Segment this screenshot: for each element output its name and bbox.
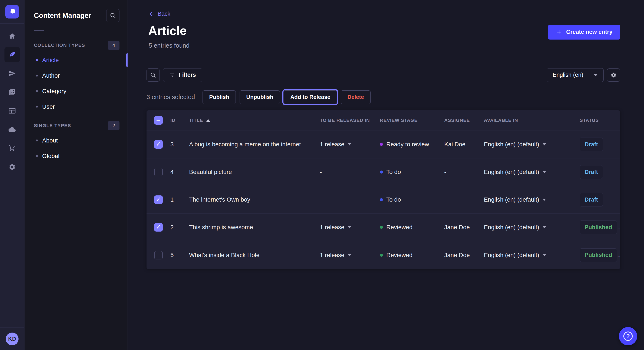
subnav-title: Content Manager: [34, 11, 91, 19]
cell-review-stage: To do: [380, 169, 444, 175]
content-manager-icon[interactable]: [4, 47, 20, 62]
cell-assignee: -: [444, 169, 484, 175]
column-header-released-in[interactable]: TO BE RELEASED IN: [320, 118, 380, 123]
cell-assignee: Jane Doe: [444, 252, 484, 259]
entries-count: 5 entries found: [149, 42, 620, 49]
subnav-item[interactable]: User: [34, 99, 120, 114]
cell-release-dropdown[interactable]: -: [320, 169, 380, 175]
cell-release-dropdown[interactable]: 1 release: [320, 224, 380, 231]
subnav-item-label: Article: [42, 57, 59, 64]
cell-id: 3: [170, 141, 189, 148]
page-title: Article: [148, 23, 187, 38]
subnav-item[interactable]: Global: [34, 148, 120, 164]
row-checkbox[interactable]: ✓: [154, 251, 163, 259]
subnav-item-label: Global: [42, 153, 60, 160]
unpublish-button[interactable]: Unpublish: [240, 90, 280, 104]
status-badge: Published: [580, 220, 617, 234]
column-header-id[interactable]: ID: [170, 118, 189, 123]
row-checkbox[interactable]: ✓: [154, 195, 163, 204]
chevron-down-icon: [543, 254, 546, 256]
locale-select[interactable]: English (en): [547, 68, 604, 82]
table-search-button[interactable]: [146, 68, 160, 82]
table-row[interactable]: ✓ 1 The internet's Own boy - To do - Eng…: [146, 186, 620, 214]
selection-count-text: 3 entries selected: [146, 94, 195, 101]
section-count-badge: 4: [108, 41, 120, 50]
cell-title: A bug is becoming a meme on the internet: [189, 141, 320, 148]
collection-types-section: COLLECTION TYPES 4 Article Author Catego…: [24, 40, 128, 114]
cell-title: Beautiful picture: [189, 169, 320, 175]
search-icon: [110, 12, 116, 19]
cell-release-dropdown[interactable]: 1 release: [320, 252, 380, 259]
bullet-icon: [36, 106, 38, 108]
view-settings-button[interactable]: [607, 68, 620, 82]
user-avatar[interactable]: KD: [6, 333, 18, 345]
create-new-entry-button[interactable]: Create new entry: [548, 25, 620, 39]
add-to-release-button[interactable]: Add to Release: [284, 90, 337, 104]
chevron-down-icon: [594, 74, 598, 76]
subnav-item[interactable]: Category: [34, 83, 120, 99]
table-row[interactable]: ✓ 2 This shrimp is awesome 1 release Rev…: [146, 214, 620, 241]
cloud-icon[interactable]: [4, 122, 20, 137]
row-checkbox[interactable]: ✓: [154, 168, 163, 176]
entries-table: ✓ ID TITLE TO BE RELEASED IN REVIEW STAG…: [146, 110, 620, 269]
column-header-available-in[interactable]: AVAILABLE IN: [484, 118, 580, 123]
status-badge: Draft: [580, 165, 603, 179]
locale-value: English (en): [553, 72, 583, 78]
nav-items: About Global: [34, 133, 120, 164]
subnav-item-label: About: [42, 137, 58, 144]
column-header-assignee[interactable]: ASSIGNEE: [444, 118, 484, 123]
home-icon[interactable]: [4, 28, 20, 44]
bullet-icon: [36, 59, 38, 61]
help-button[interactable]: ?: [619, 327, 637, 345]
column-header-title[interactable]: TITLE: [189, 118, 320, 123]
row-checkbox[interactable]: ✓: [154, 140, 163, 149]
releases-icon[interactable]: [4, 66, 20, 81]
main-content: Back Article Create new entry 5 entries …: [128, 0, 644, 350]
table-header-row: ✓ ID TITLE TO BE RELEASED IN REVIEW STAG…: [146, 110, 620, 131]
cell-locale-dropdown[interactable]: English (en) (default): [484, 169, 580, 175]
search-icon: [150, 72, 156, 78]
filters-button[interactable]: Filters: [163, 68, 202, 82]
stage-dot-icon: [380, 226, 383, 229]
cell-locale-dropdown[interactable]: English (en) (default): [484, 252, 580, 259]
table-row[interactable]: ✓ 3 A bug is becoming a meme on the inte…: [146, 131, 620, 159]
subnav-search-button[interactable]: [106, 9, 120, 22]
column-header-status[interactable]: STATUS: [580, 118, 620, 123]
settings-gear-icon[interactable]: [4, 159, 20, 175]
column-header-review-stage[interactable]: REVIEW STAGE: [380, 118, 444, 123]
subnav-item-label: User: [42, 103, 55, 110]
cell-locale-dropdown[interactable]: English (en) (default): [484, 141, 580, 148]
section-label: SINGLE TYPES: [34, 123, 71, 128]
back-link[interactable]: Back: [149, 11, 170, 17]
chevron-down-icon: [348, 254, 351, 256]
stage-dot-icon: [380, 143, 383, 146]
cell-locale-dropdown[interactable]: English (en) (default): [484, 224, 580, 231]
subnav-item-label: Author: [42, 72, 60, 79]
content-type-builder-icon[interactable]: [4, 103, 20, 118]
gear-icon: [610, 72, 616, 78]
table-row[interactable]: ✓ 4 Beautiful picture - To do - English …: [146, 159, 620, 186]
cell-locale-dropdown[interactable]: English (en) (default): [484, 196, 580, 203]
status-badge: Draft: [580, 138, 603, 151]
row-checkbox[interactable]: ✓: [154, 223, 163, 232]
strapi-logo[interactable]: [5, 5, 19, 18]
media-library-icon[interactable]: [4, 84, 20, 100]
subnav-item[interactable]: About: [34, 133, 120, 148]
publish-button[interactable]: Publish: [202, 90, 236, 104]
delete-button[interactable]: Delete: [341, 90, 370, 104]
subnav-item[interactable]: Author: [34, 68, 120, 83]
marketplace-cart-icon[interactable]: [4, 141, 20, 156]
subnav-item[interactable]: Article: [34, 52, 120, 68]
stage-dot-icon: [380, 171, 383, 174]
cell-release-dropdown[interactable]: 1 release: [320, 141, 380, 148]
rail-icons: [4, 24, 20, 175]
stage-dot-icon: [380, 198, 383, 201]
cell-release-dropdown[interactable]: -: [320, 196, 380, 203]
subnav-divider: [34, 30, 44, 31]
bullet-icon: [36, 75, 38, 77]
rail-bottom: KD: [0, 328, 24, 350]
plus-icon: [556, 29, 562, 35]
question-mark-icon: ?: [623, 332, 633, 341]
select-all-checkbox[interactable]: ✓: [154, 116, 163, 125]
table-row[interactable]: ✓ 5 What's inside a Black Hole 1 release…: [146, 241, 620, 269]
